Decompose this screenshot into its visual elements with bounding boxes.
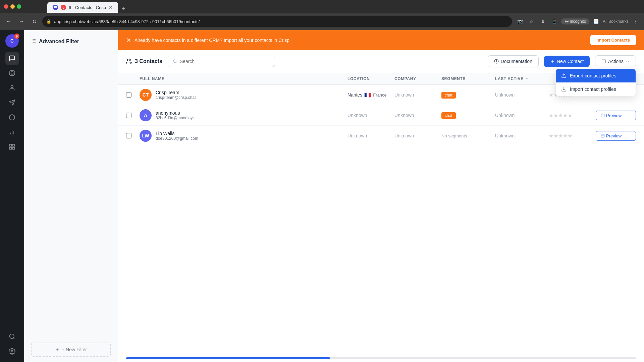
filter-title: Advanced Filter [39,39,79,45]
sidebar-item-globe[interactable] [5,66,19,80]
sidebar: C 6 [0,30,24,362]
contact-email: 82bc6d3a@moodjoy.c... [156,116,199,120]
contacts-count-icon [126,58,132,64]
scrollbar-thumb[interactable] [126,357,330,359]
horizontal-scrollbar[interactable] [126,357,636,359]
search-box[interactable] [168,56,275,67]
minimize-window-btn[interactable] [10,4,15,9]
contact-segment: chat [441,112,495,118]
actions-btn[interactable]: Actions [595,55,636,67]
sidebar-item-contacts[interactable] [5,81,19,95]
contact-last-active: Unknown [495,92,549,98]
contact-location: Unknown [347,113,394,118]
col-last-active[interactable]: LAST ACTIVE [495,76,549,81]
sidebar-item-analytics[interactable] [5,125,19,139]
banner-text: ✕ Already have contacts in a different C… [126,37,289,44]
preview-icon [601,134,605,138]
camera-off-icon[interactable]: 📷 [516,17,525,26]
sidebar-item-plugins[interactable] [5,140,19,154]
menu-icon[interactable]: ⋮ [631,17,640,26]
url-text: app.crisp.chat/website/6833ae5b-844d-4c9… [54,19,200,24]
sidebar-item-box[interactable] [5,111,19,124]
new-filter-label: + New Filter [62,347,87,352]
documentation-label: Documentation [501,59,532,64]
preview-btn[interactable]: Preview [596,131,636,141]
col-location: LOCATION [347,76,394,81]
avatar-initials: C [10,38,14,44]
sidebar-item-settings[interactable] [5,345,19,358]
contact-details: Crisp Team crisp-team@crisp.chat [156,90,196,100]
actions-icon [601,59,606,64]
row-checkbox[interactable] [126,113,131,118]
search-input[interactable] [180,59,270,64]
contact-name: Crisp Team [156,90,196,95]
avatar[interactable]: C 6 [5,34,19,48]
new-contact-btn[interactable]: New Contact [544,56,590,67]
import-contacts-item[interactable]: Import contact profiles [556,82,636,96]
svg-rect-9 [13,144,15,146]
documentation-btn[interactable]: Documentation [488,55,539,67]
address-bar[interactable]: 🔒 app.crisp.chat/website/6833ae5b-844d-4… [42,16,512,27]
search-icon [173,59,177,64]
actions-wrapper: Actions Export contact profiles Import c… [595,55,636,67]
tab-close-btn[interactable]: ✕ [109,5,113,10]
back-btn[interactable]: ← [4,17,13,26]
sidebar-badge: 6 [14,34,19,39]
close-window-btn[interactable] [4,4,8,9]
row-checkbox[interactable] [126,133,131,138]
contact-name: Lin Walls [156,131,198,136]
flag-icon: 🇫🇷 [364,92,371,98]
export-contacts-item[interactable]: Export contact profiles [556,69,636,82]
download-icon[interactable]: ⬇ [538,17,548,26]
contact-segment: No segments [441,133,495,139]
filter-header: Advanced Filter [24,30,118,53]
svg-point-14 [11,351,13,352]
contacts-count-label: 3 Contacts [135,58,162,64]
incognito-label: Incognito [570,19,586,24]
contact-info: A anonymous 82bc6d3a@moodjoy.c... [140,109,347,121]
browser-traffic-lights [4,4,21,9]
contact-avatar: A [140,109,152,121]
incognito-btn[interactable]: 🕶 Incognito [561,18,590,24]
maximize-window-btn[interactable] [17,4,21,9]
banner: ✕ Already have contacts in a different C… [118,30,644,50]
banner-close-btn[interactable]: ✕ [126,37,131,44]
contact-location: Nantes 🇫🇷 France [347,92,394,98]
active-tab[interactable]: 💬 6 6 - Contacts | Crisp ✕ [47,2,118,13]
devices-icon[interactable]: 📱 [550,17,559,26]
svg-point-22 [173,60,176,63]
sidebar-item-search[interactable] [5,330,19,343]
segment-badge: chat [441,112,456,119]
row-checkbox[interactable] [126,92,131,98]
export-label: Export contact profiles [570,73,616,78]
svg-point-2 [11,85,13,88]
filter-icon [31,38,36,45]
contact-email: crisp-team@crisp.chat [156,95,196,100]
contact-segment: chat [441,92,495,98]
import-contacts-banner-btn[interactable]: Import Contacts [590,35,636,45]
svg-point-12 [10,334,14,339]
forward-btn[interactable]: → [17,17,26,26]
contact-avatar: CT [140,89,152,101]
sidebar-item-inbox[interactable] [5,52,19,65]
new-tab-btn[interactable]: + [119,5,128,13]
new-filter-btn[interactable]: ＋ + New Filter [31,343,111,357]
import-icon [561,86,567,92]
bookmarks-icon[interactable]: 📑 [591,17,601,26]
col-fullname: FULL NAME [140,76,347,81]
import-label: Import contact profiles [570,86,616,92]
svg-rect-11 [13,147,15,149]
sidebar-item-campaigns[interactable] [5,96,19,109]
export-icon [561,73,567,78]
contact-company: Unknown [394,92,441,98]
app-layout: C 6 [0,30,644,362]
actions-dropdown: Export contact profiles Import contact p… [555,69,636,96]
reload-btn[interactable]: ↻ [30,17,39,26]
star-icon[interactable]: ☆ [527,17,536,26]
contacts-table: CT Crisp Team crisp-team@crisp.chat Nant… [118,85,644,355]
preview-btn[interactable]: Preview [596,111,636,120]
contact-name: anonymous [156,110,199,116]
svg-rect-30 [601,114,604,117]
location-country: France [373,93,386,98]
svg-point-21 [127,59,129,61]
